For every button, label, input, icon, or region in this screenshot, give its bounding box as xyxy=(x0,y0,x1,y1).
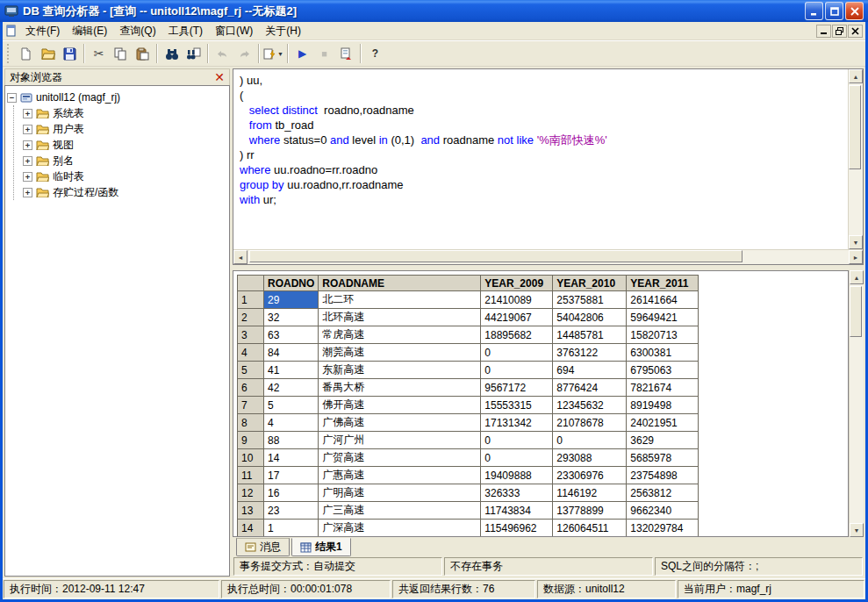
sql-editor[interactable]: ) uu,( select distinct roadno,roadname f… xyxy=(233,69,848,249)
tree-expander-icon[interactable]: + xyxy=(23,140,32,150)
table-cell[interactable]: 132029784 xyxy=(627,520,699,537)
table-cell[interactable]: 广河广州 xyxy=(319,432,481,449)
row-number[interactable]: 12 xyxy=(238,484,264,502)
table-cell[interactable]: 佛开高速 xyxy=(319,397,481,414)
table-cell[interactable]: 8919498 xyxy=(627,397,699,414)
tab-result1[interactable]: 结果1 xyxy=(291,538,351,556)
row-number[interactable]: 7 xyxy=(238,397,264,414)
close-panel-button[interactable]: ✕ xyxy=(214,71,225,83)
exec-to-file-button[interactable] xyxy=(335,43,357,65)
row-number[interactable]: 10 xyxy=(238,449,264,467)
mdi-restore-button[interactable] xyxy=(832,25,847,38)
run-button[interactable]: ▶ xyxy=(291,43,313,65)
table-cell[interactable]: 广佛高速 xyxy=(319,414,481,432)
table-cell[interactable]: 1146192 xyxy=(553,484,627,502)
table-cell[interactable]: 9662340 xyxy=(627,502,699,520)
table-cell[interactable]: 广深高速 xyxy=(319,520,481,537)
table-cell[interactable]: 15820713 xyxy=(627,326,699,344)
table-cell[interactable]: 7821674 xyxy=(627,379,699,397)
save-button[interactable] xyxy=(59,43,81,65)
table-cell[interactable]: 115496962 xyxy=(481,520,553,537)
editor-vertical-scrollbar[interactable]: ▲ ▼ xyxy=(848,69,863,249)
grid-corner[interactable] xyxy=(238,276,264,291)
table-cell[interactable]: 12345632 xyxy=(553,397,627,414)
table-cell[interactable]: 6300381 xyxy=(627,344,699,362)
results-vertical-scrollbar[interactable]: ▲ ▼ xyxy=(849,270,864,537)
row-number[interactable]: 9 xyxy=(238,432,264,449)
table-cell[interactable]: 19409888 xyxy=(481,467,553,484)
exec-mode-button[interactable]: ▼ xyxy=(262,43,284,65)
table-cell[interactable]: 5685978 xyxy=(627,449,699,467)
table-cell[interactable]: 18895682 xyxy=(481,326,553,344)
menu-about[interactable]: 关于(H) xyxy=(259,22,307,40)
table-cell[interactable]: 常虎高速 xyxy=(319,326,481,344)
table-cell[interactable]: 25375881 xyxy=(553,291,627,309)
tree-item-4[interactable]: +临时表 xyxy=(23,168,227,184)
table-cell[interactable]: 326333 xyxy=(481,484,553,502)
tab-messages[interactable]: 消息 xyxy=(236,538,290,556)
table-cell[interactable]: 32 xyxy=(264,309,319,326)
table-cell[interactable]: 1 xyxy=(264,520,319,537)
table-cell[interactable]: 东新高速 xyxy=(319,362,481,379)
table-cell[interactable]: 广贺高速 xyxy=(319,449,481,467)
mdi-close-button[interactable] xyxy=(848,25,863,38)
scroll-right-button[interactable]: ► xyxy=(849,250,863,264)
table-cell[interactable]: 北环高速 xyxy=(319,309,481,326)
scrollbar-thumb[interactable] xyxy=(850,286,862,337)
tree-item-5[interactable]: +存贮过程/函数 xyxy=(23,184,227,200)
table-cell[interactable]: 北二环 xyxy=(319,291,481,309)
help-button[interactable]: ? xyxy=(364,43,386,65)
table-cell[interactable]: 15553315 xyxy=(481,397,553,414)
menu-tools[interactable]: 工具(T) xyxy=(162,22,209,40)
table-cell[interactable]: 广惠高速 xyxy=(319,467,481,484)
tree-expander-icon[interactable]: + xyxy=(23,188,32,197)
column-header-ROADNAME[interactable]: ROADNAME xyxy=(319,276,481,291)
scroll-up-button[interactable]: ▲ xyxy=(849,69,863,83)
open-button[interactable] xyxy=(37,43,59,65)
table-cell[interactable]: 5 xyxy=(264,397,319,414)
table-cell[interactable]: 63 xyxy=(264,326,319,344)
tree-expander-icon[interactable]: + xyxy=(23,125,32,134)
table-cell[interactable]: 59649421 xyxy=(627,309,699,326)
close-button[interactable] xyxy=(845,2,864,20)
column-header-YEAR_2011[interactable]: YEAR_2011 xyxy=(627,276,699,291)
scroll-left-button[interactable]: ◄ xyxy=(233,250,247,264)
table-cell[interactable]: 24021951 xyxy=(627,414,699,432)
scrollbar-thumb[interactable] xyxy=(849,85,861,169)
stop-button[interactable]: ■ xyxy=(313,43,335,65)
table-cell[interactable]: 23 xyxy=(264,502,319,520)
paste-button[interactable] xyxy=(132,43,154,65)
table-cell[interactable]: 8776424 xyxy=(553,379,627,397)
table-cell[interactable]: 潮莞高速 xyxy=(319,344,481,362)
new-button[interactable] xyxy=(15,43,37,65)
table-cell[interactable]: 4 xyxy=(264,414,319,432)
table-cell[interactable]: 3629 xyxy=(627,432,699,449)
undo-button[interactable] xyxy=(212,43,233,65)
row-number[interactable]: 13 xyxy=(238,502,264,520)
find-in-doc-button[interactable] xyxy=(183,43,204,65)
table-cell[interactable]: 126064511 xyxy=(553,520,627,537)
table-cell[interactable]: 6795063 xyxy=(627,362,699,379)
tree-root-datasource[interactable]: −unitoll12 (magf_rj) xyxy=(7,90,227,105)
table-cell[interactable]: 14 xyxy=(264,449,319,467)
tree-item-3[interactable]: +别名 xyxy=(23,153,227,168)
table-cell[interactable]: 16 xyxy=(264,484,319,502)
table-cell[interactable]: 41 xyxy=(264,362,319,379)
table-cell[interactable]: 3763122 xyxy=(553,344,627,362)
table-cell[interactable]: 0 xyxy=(481,449,553,467)
tree-expander-icon[interactable]: + xyxy=(23,156,32,166)
minimize-button[interactable] xyxy=(805,2,823,20)
table-cell[interactable]: 23306976 xyxy=(553,467,627,484)
table-cell[interactable]: 23754898 xyxy=(627,467,699,484)
toolbar-grip[interactable] xyxy=(7,44,11,63)
table-cell[interactable]: 番禺大桥 xyxy=(319,379,481,397)
tree-item-2[interactable]: +视图 xyxy=(23,137,227,153)
table-cell[interactable]: 11743834 xyxy=(481,502,553,520)
editor-horizontal-scrollbar[interactable]: ◄ ► xyxy=(233,249,863,264)
scrollbar-track[interactable] xyxy=(850,284,864,523)
tree-item-1[interactable]: +用户表 xyxy=(23,121,227,137)
row-number[interactable]: 2 xyxy=(238,309,264,326)
table-cell[interactable]: 广三高速 xyxy=(319,502,481,520)
table-cell[interactable]: 广明高速 xyxy=(319,484,481,502)
row-number[interactable]: 11 xyxy=(238,467,264,484)
